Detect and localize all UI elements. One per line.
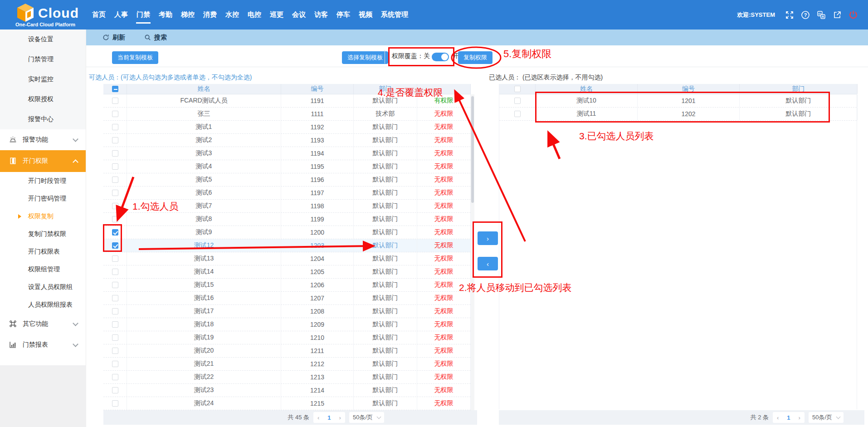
table-row[interactable]: 测试91200默认部门无权限 [103, 226, 471, 239]
search-button[interactable]: 搜索 [144, 34, 167, 42]
select-all-checkbox[interactable] [514, 86, 521, 92]
copy-permission-button[interactable]: 复制权限 [458, 51, 493, 64]
row-checkbox[interactable] [112, 163, 118, 170]
row-checkbox[interactable] [112, 190, 118, 196]
nav-item-系统管理[interactable]: 系统管理 [380, 8, 410, 22]
table-row[interactable]: 测试31194默认部门无权限 [103, 147, 471, 160]
next-page-button[interactable]: › [795, 414, 805, 421]
left-page-size-select[interactable]: 50条/页 [349, 412, 384, 423]
row-checkbox[interactable] [112, 282, 118, 288]
table-row[interactable]: FCARD测试人员1191默认部门有权限 [103, 94, 471, 108]
nav-item-首页[interactable]: 首页 [91, 8, 107, 22]
sidebar-item-设备位置[interactable]: 设备位置 [0, 29, 86, 49]
row-checkbox[interactable] [112, 400, 118, 407]
nav-item-巡更[interactable]: 巡更 [268, 8, 285, 22]
table-row[interactable]: 测试41195默认部门无权限 [103, 160, 471, 173]
sidebar-group-报警功能[interactable]: 报警功能 [0, 129, 86, 150]
next-page-button[interactable]: › [335, 414, 345, 421]
row-checkbox[interactable] [514, 98, 521, 104]
sidebar-group-门禁报表[interactable]: 门禁报表 [0, 334, 86, 355]
table-row[interactable]: 测试221213默认部门无权限 [103, 371, 471, 384]
sidebar-item-权限复制[interactable]: 权限复制 [0, 207, 86, 225]
sidebar-item-复制门禁权限[interactable]: 复制门禁权限 [0, 225, 86, 243]
nav-item-消费[interactable]: 消费 [202, 8, 218, 22]
current-template-button[interactable]: 当前复制模板 [112, 51, 158, 64]
table-row[interactable]: 测试81199默认部门无权限 [103, 213, 471, 226]
fullscreen-icon[interactable] [785, 10, 795, 20]
row-checkbox[interactable] [112, 124, 118, 130]
table-row[interactable]: 测试141205默认部门无权限 [103, 265, 471, 279]
prev-page-button[interactable]: ‹ [773, 414, 783, 421]
table-row[interactable]: 测试241215默认部门无权限 [103, 397, 471, 410]
row-checkbox[interactable] [112, 321, 118, 328]
nav-item-人事[interactable]: 人事 [113, 8, 129, 22]
right-page-size-select[interactable]: 50条/页 [809, 412, 844, 423]
row-checkbox[interactable] [112, 348, 118, 354]
sidebar-item-报警中心[interactable]: 报警中心 [0, 109, 86, 129]
table-row[interactable]: 测试21193默认部门无权限 [103, 134, 471, 147]
row-checkbox[interactable] [112, 203, 118, 209]
table-row[interactable]: 测试101201默认部门 [499, 94, 857, 108]
row-checkbox[interactable] [112, 374, 118, 380]
row-checkbox[interactable] [112, 295, 118, 301]
row-checkbox[interactable] [112, 137, 118, 143]
open-window-icon[interactable] [832, 10, 842, 20]
table-row[interactable]: 测试51196默认部门无权限 [103, 173, 471, 187]
override-toggle[interactable] [432, 53, 449, 61]
move-left-button[interactable]: ‹ [478, 257, 498, 270]
table-row[interactable]: 测试121203默认部门无权限 [103, 239, 471, 252]
row-checkbox[interactable] [112, 361, 118, 367]
table-row[interactable]: 测试11192默认部门无权限 [103, 121, 471, 134]
table-row[interactable]: 测试231214默认部门无权限 [103, 384, 471, 397]
nav-item-梯控[interactable]: 梯控 [180, 8, 196, 22]
row-checkbox[interactable] [514, 111, 521, 117]
prev-page-button[interactable]: ‹ [313, 414, 323, 421]
sidebar-item-权限组管理[interactable]: 权限组管理 [0, 260, 86, 278]
sidebar-item-设置人员权限组[interactable]: 设置人员权限组 [0, 278, 86, 296]
power-icon[interactable] [848, 10, 858, 20]
move-right-button[interactable]: › [478, 231, 498, 245]
sidebar-item-开门时段管理[interactable]: 开门时段管理 [0, 172, 86, 190]
nav-item-会议[interactable]: 会议 [291, 8, 307, 22]
row-checkbox[interactable] [112, 111, 118, 117]
help-icon[interactable]: ? [800, 10, 810, 20]
sidebar-item-开门密码管理[interactable]: 开门密码管理 [0, 190, 86, 207]
nav-item-考勤[interactable]: 考勤 [157, 8, 174, 22]
row-checkbox[interactable] [112, 150, 118, 157]
table-row[interactable]: 测试191210默认部门无权限 [103, 331, 471, 344]
table-row[interactable]: 测试71198默认部门无权限 [103, 200, 471, 213]
current-page[interactable]: 1 [783, 414, 794, 421]
row-checkbox[interactable] [112, 308, 118, 314]
sidebar-group-其它功能[interactable]: 其它功能 [0, 314, 86, 334]
refresh-button[interactable]: 刷新 [102, 34, 125, 42]
select-all-checkbox[interactable] [112, 86, 118, 92]
nav-item-停车[interactable]: 停车 [335, 8, 351, 22]
row-checkbox[interactable] [112, 242, 118, 249]
table-row[interactable]: 测试61197默认部门无权限 [103, 187, 471, 200]
nav-item-视频[interactable]: 视频 [357, 8, 374, 22]
table-row[interactable]: 张三1111技术部无权限 [103, 108, 471, 121]
table-row[interactable]: 测试161207默认部门无权限 [103, 292, 471, 305]
row-checkbox[interactable] [112, 229, 118, 236]
table-row[interactable]: 测试151206默认部门无权限 [103, 279, 471, 292]
row-checkbox[interactable] [112, 98, 118, 104]
current-page[interactable]: 1 [323, 414, 335, 421]
row-checkbox[interactable] [112, 334, 118, 341]
sidebar-item-门禁管理[interactable]: 门禁管理 [0, 49, 86, 69]
table-row[interactable]: 测试201211默认部门无权限 [103, 344, 471, 358]
select-template-button[interactable]: 选择复制模板 [342, 51, 388, 64]
row-checkbox[interactable] [112, 255, 118, 262]
table-row[interactable]: 测试131204默认部门无权限 [103, 252, 471, 265]
sidebar-item-人员权限组报表[interactable]: 人员权限组报表 [0, 296, 86, 314]
table-row[interactable]: 测试181209默认部门无权限 [103, 318, 471, 331]
table-row[interactable]: 测试211212默认部门无权限 [103, 358, 471, 371]
sidebar-item-开门权限表[interactable]: 开门权限表 [0, 243, 86, 260]
sidebar-item-实时监控[interactable]: 实时监控 [0, 69, 86, 89]
row-checkbox[interactable] [112, 216, 118, 222]
nav-item-门禁[interactable]: 门禁 [135, 8, 151, 22]
sidebar-group-开门权限[interactable]: 开门权限 [0, 150, 86, 172]
translate-icon[interactable]: 中 A [816, 10, 826, 20]
scrollbar-thumb[interactable] [471, 96, 474, 203]
table-row[interactable]: 测试111202默认部门 [499, 108, 857, 121]
table-row[interactable]: 测试171208默认部门无权限 [103, 305, 471, 318]
